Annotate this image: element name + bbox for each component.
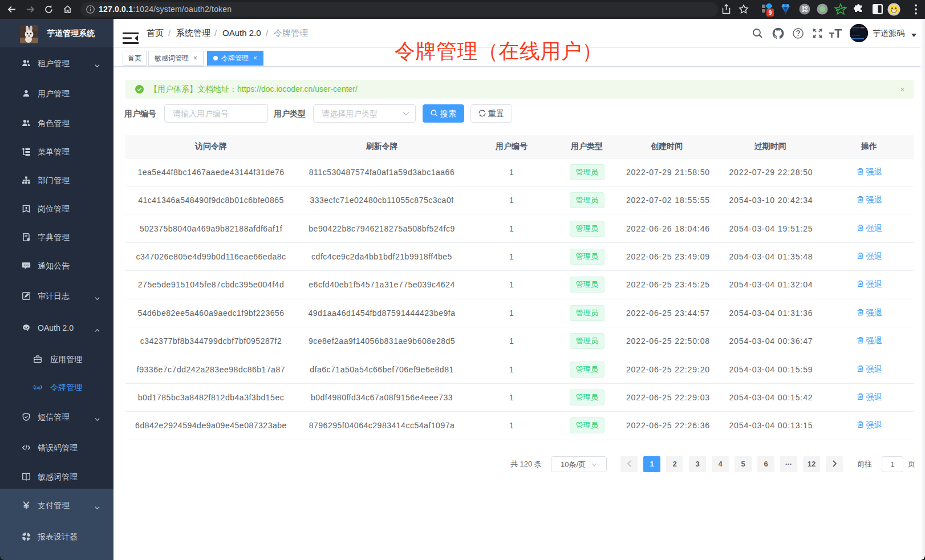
svg-text:9: 9 (769, 10, 772, 16)
svg-text:(a): (a) (35, 385, 40, 390)
